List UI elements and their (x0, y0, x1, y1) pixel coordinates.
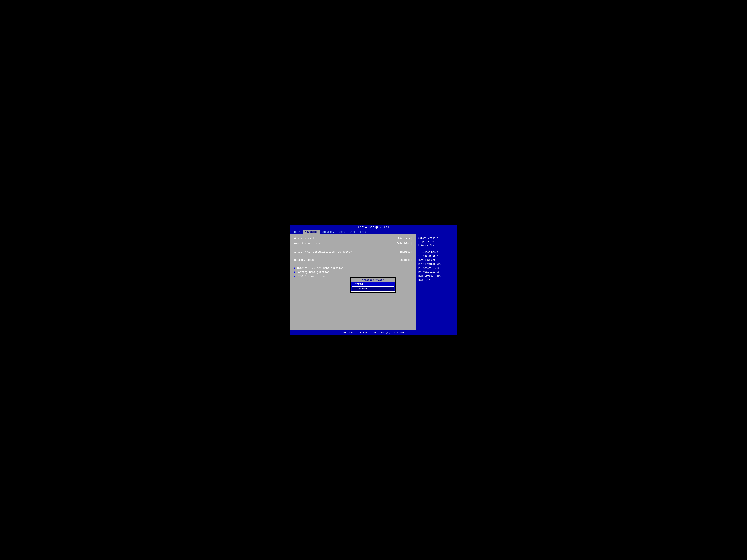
bios-screen: Aptio Setup – AMI Main Advanced Security… (290, 224, 457, 336)
key-hint-change-opt: F5/F6: Change Opt (418, 262, 455, 266)
arrow-icon-1: ► (294, 267, 295, 269)
header-title: Aptio Setup – AMI (358, 226, 389, 229)
tab-info[interactable]: Info (347, 230, 358, 234)
usb-charge-value: [Disabled] (396, 242, 412, 245)
right-sidebar: Select which oGraphics devicPrimary Disp… (416, 234, 457, 330)
popup-box: Graphics switch Hybrid Discrete (351, 278, 395, 292)
usb-charge-label: USB Charge support (294, 242, 322, 245)
setting-row-vmx[interactable]: Intel (VMX) Virtualization Technology [E… (294, 250, 412, 254)
graphics-switch-value: [Discrete] (396, 237, 412, 240)
popup-shadow: Graphics switch Hybrid Discrete (350, 277, 396, 293)
vmx-label: Intel (VMX) Virtualization Technology (294, 250, 352, 254)
setting-row-usb-charge[interactable]: USB Charge support [Disabled] (294, 242, 412, 245)
help-description: Select which oGraphics devicPrimary Disp… (418, 236, 455, 247)
battery-boost-value: [Enabled] (398, 259, 412, 262)
popup-item-discrete[interactable]: Discrete (352, 287, 394, 291)
key-hint-esc-exit: ESC: Exit (418, 278, 455, 283)
settings-panel: Graphics switch [Discrete] USB Charge su… (290, 234, 416, 330)
submenu-item-booting-config[interactable]: ► Booting Configuration (294, 271, 412, 274)
key-hints: ↔: Select Scree ↑↓: Select Item Enter: S… (418, 250, 455, 283)
popup-title: Graphics switch (351, 278, 395, 282)
tab-security[interactable]: Security (319, 230, 336, 234)
arrow-icon-2: ► (294, 271, 295, 273)
footer-bar: Version 2.21.1278 Copyright (C) 2021 AMI (290, 330, 457, 335)
graphics-switch-popup[interactable]: Graphics switch Hybrid Discrete (350, 277, 396, 293)
key-hint-optimized-def: F9: Optimized Def (418, 270, 455, 274)
key-hint-enter: Enter: Select (418, 258, 455, 262)
setting-row-battery-boost[interactable]: Battery Boost [Enabled] (294, 259, 412, 262)
key-hint-general-help: F1: General Help (418, 266, 455, 270)
tab-main[interactable]: Main (292, 230, 303, 234)
battery-boost-label: Battery Boost (294, 259, 314, 262)
tab-boot[interactable]: Boot (336, 230, 347, 234)
graphics-switch-label: Graphics switch (294, 237, 317, 240)
submenu-item-internal-devices[interactable]: ► Internal Devices Configuration (294, 267, 412, 270)
key-hint-select-item: ↑↓: Select Item (418, 254, 455, 258)
key-hint-select-screen: ↔: Select Scree (418, 250, 455, 255)
tab-exit[interactable]: Exit (358, 230, 368, 234)
popup-item-hybrid[interactable]: Hybrid (351, 282, 395, 286)
nav-bar: Main Advanced Security Boot Info Exit (290, 230, 457, 234)
footer-text: Version 2.21.1278 Copyright (C) 2021 AMI (343, 331, 404, 334)
key-hint-save-reset: F10: Save & Reset (418, 274, 455, 278)
header-bar: Aptio Setup – AMI (290, 225, 457, 230)
vmx-value: [Enabled] (398, 250, 412, 254)
arrow-icon-3: ► (294, 275, 295, 277)
tab-advanced[interactable]: Advanced (303, 230, 319, 234)
main-content: Graphics switch [Discrete] USB Charge su… (290, 234, 457, 330)
setting-row-graphics-switch[interactable]: Graphics switch [Discrete] (294, 237, 412, 240)
